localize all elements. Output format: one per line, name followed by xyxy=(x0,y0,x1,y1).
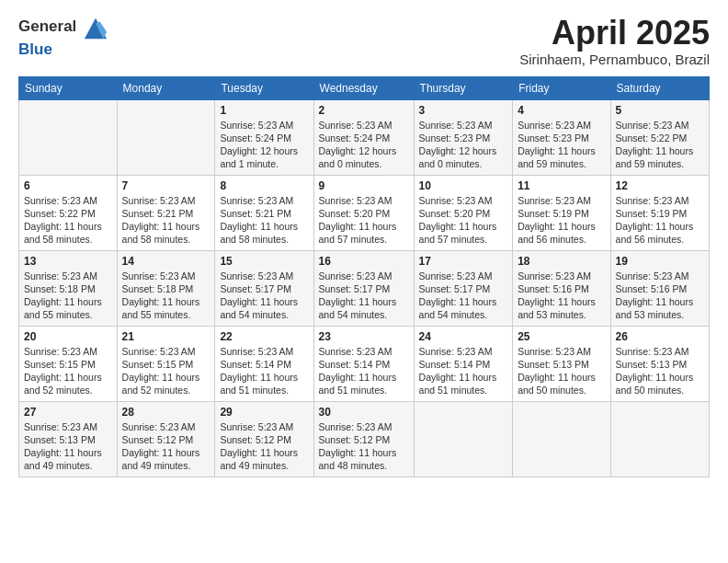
table-row xyxy=(610,401,709,477)
day-number: 20 xyxy=(24,330,112,343)
table-row: 11Sunrise: 5:23 AMSunset: 5:19 PMDayligh… xyxy=(513,175,610,250)
logo-general-text: General xyxy=(18,17,76,35)
day-info: Sunrise: 5:23 AMSunset: 5:14 PMDaylight:… xyxy=(419,345,508,397)
day-number: 26 xyxy=(616,330,704,343)
day-info: Sunrise: 5:23 AMSunset: 5:24 PMDaylight:… xyxy=(319,119,409,171)
day-info: Sunrise: 5:23 AMSunset: 5:21 PMDaylight:… xyxy=(122,194,210,247)
table-row: 20Sunrise: 5:23 AMSunset: 5:15 PMDayligh… xyxy=(19,326,118,401)
day-info: Sunrise: 5:23 AMSunset: 5:23 PMDaylight:… xyxy=(518,119,605,171)
table-row: 22Sunrise: 5:23 AMSunset: 5:14 PMDayligh… xyxy=(215,326,313,401)
day-number: 10 xyxy=(419,179,508,192)
day-info: Sunrise: 5:23 AMSunset: 5:21 PMDaylight:… xyxy=(220,194,308,247)
day-number: 18 xyxy=(518,255,605,268)
day-info: Sunrise: 5:23 AMSunset: 5:18 PMDaylight:… xyxy=(24,270,112,322)
day-info: Sunrise: 5:23 AMSunset: 5:19 PMDaylight:… xyxy=(518,194,605,247)
calendar-week-row: 20Sunrise: 5:23 AMSunset: 5:15 PMDayligh… xyxy=(19,326,710,401)
day-number: 3 xyxy=(419,104,508,117)
day-number: 11 xyxy=(518,179,605,192)
col-friday: Friday xyxy=(513,76,610,99)
table-row: 3Sunrise: 5:23 AMSunset: 5:23 PMDaylight… xyxy=(414,99,513,175)
col-wednesday: Wednesday xyxy=(313,76,414,99)
table-row: 4Sunrise: 5:23 AMSunset: 5:23 PMDaylight… xyxy=(513,99,610,175)
day-number: 16 xyxy=(319,255,409,268)
table-row: 2Sunrise: 5:23 AMSunset: 5:24 PMDaylight… xyxy=(313,99,414,175)
table-row xyxy=(19,99,118,175)
calendar-title: April 2025 xyxy=(519,15,710,52)
day-info: Sunrise: 5:23 AMSunset: 5:19 PMDaylight:… xyxy=(616,194,704,247)
day-number: 12 xyxy=(616,179,704,192)
day-info: Sunrise: 5:23 AMSunset: 5:24 PMDaylight:… xyxy=(220,119,308,171)
day-number: 29 xyxy=(220,406,308,419)
title-block: April 2025 Sirinhaem, Pernambuco, Brazil xyxy=(519,15,710,67)
day-number: 24 xyxy=(419,330,508,343)
day-number: 21 xyxy=(122,330,210,343)
table-row: 18Sunrise: 5:23 AMSunset: 5:16 PMDayligh… xyxy=(513,250,610,326)
table-row: 27Sunrise: 5:23 AMSunset: 5:13 PMDayligh… xyxy=(19,401,118,477)
day-number: 19 xyxy=(616,255,704,268)
col-sunday: Sunday xyxy=(19,76,118,99)
day-info: Sunrise: 5:23 AMSunset: 5:17 PMDaylight:… xyxy=(419,270,508,322)
day-number: 2 xyxy=(319,104,409,117)
day-number: 5 xyxy=(616,104,704,117)
col-tuesday: Tuesday xyxy=(215,76,313,99)
header: General Blue April 2025 Sirinhaem, Perna… xyxy=(18,15,710,67)
table-row: 25Sunrise: 5:23 AMSunset: 5:13 PMDayligh… xyxy=(513,326,610,401)
table-row: 13Sunrise: 5:23 AMSunset: 5:18 PMDayligh… xyxy=(19,250,118,326)
table-row: 7Sunrise: 5:23 AMSunset: 5:21 PMDaylight… xyxy=(117,175,215,250)
day-info: Sunrise: 5:23 AMSunset: 5:13 PMDaylight:… xyxy=(24,420,112,473)
day-number: 30 xyxy=(319,406,409,419)
day-info: Sunrise: 5:23 AMSunset: 5:23 PMDaylight:… xyxy=(419,119,508,171)
logo-blue-text: Blue xyxy=(18,40,52,58)
calendar-week-row: 27Sunrise: 5:23 AMSunset: 5:13 PMDayligh… xyxy=(19,401,710,477)
day-number: 27 xyxy=(24,406,112,419)
day-number: 8 xyxy=(220,179,308,192)
day-number: 25 xyxy=(518,330,605,343)
col-thursday: Thursday xyxy=(414,76,513,99)
table-row: 30Sunrise: 5:23 AMSunset: 5:12 PMDayligh… xyxy=(313,401,414,477)
table-row: 14Sunrise: 5:23 AMSunset: 5:18 PMDayligh… xyxy=(117,250,215,326)
day-number: 14 xyxy=(122,255,210,268)
calendar-week-row: 13Sunrise: 5:23 AMSunset: 5:18 PMDayligh… xyxy=(19,250,710,326)
day-info: Sunrise: 5:23 AMSunset: 5:12 PMDaylight:… xyxy=(220,420,308,473)
table-row: 16Sunrise: 5:23 AMSunset: 5:17 PMDayligh… xyxy=(313,250,414,326)
table-row: 23Sunrise: 5:23 AMSunset: 5:14 PMDayligh… xyxy=(313,326,414,401)
col-saturday: Saturday xyxy=(610,76,709,99)
day-number: 13 xyxy=(24,255,112,268)
table-row: 21Sunrise: 5:23 AMSunset: 5:15 PMDayligh… xyxy=(117,326,215,401)
day-info: Sunrise: 5:23 AMSunset: 5:16 PMDaylight:… xyxy=(518,270,605,322)
table-row: 15Sunrise: 5:23 AMSunset: 5:17 PMDayligh… xyxy=(215,250,313,326)
calendar-week-row: 1Sunrise: 5:23 AMSunset: 5:24 PMDaylight… xyxy=(19,99,710,175)
day-info: Sunrise: 5:23 AMSunset: 5:12 PMDaylight:… xyxy=(122,420,210,473)
day-number: 6 xyxy=(24,179,112,192)
logo: General Blue xyxy=(18,15,108,59)
table-row: 28Sunrise: 5:23 AMSunset: 5:12 PMDayligh… xyxy=(117,401,215,477)
day-info: Sunrise: 5:23 AMSunset: 5:18 PMDaylight:… xyxy=(122,270,210,322)
col-monday: Monday xyxy=(117,76,215,99)
day-info: Sunrise: 5:23 AMSunset: 5:15 PMDaylight:… xyxy=(24,345,112,397)
logo-icon xyxy=(83,15,108,40)
table-row xyxy=(513,401,610,477)
day-info: Sunrise: 5:23 AMSunset: 5:15 PMDaylight:… xyxy=(122,345,210,397)
calendar-week-row: 6Sunrise: 5:23 AMSunset: 5:22 PMDaylight… xyxy=(19,175,710,250)
day-info: Sunrise: 5:23 AMSunset: 5:12 PMDaylight:… xyxy=(319,420,409,473)
day-number: 22 xyxy=(220,330,308,343)
table-row: 12Sunrise: 5:23 AMSunset: 5:19 PMDayligh… xyxy=(610,175,709,250)
table-row: 5Sunrise: 5:23 AMSunset: 5:22 PMDaylight… xyxy=(610,99,709,175)
table-row: 17Sunrise: 5:23 AMSunset: 5:17 PMDayligh… xyxy=(414,250,513,326)
day-number: 7 xyxy=(122,179,210,192)
day-info: Sunrise: 5:23 AMSunset: 5:14 PMDaylight:… xyxy=(319,345,409,397)
table-row: 9Sunrise: 5:23 AMSunset: 5:20 PMDaylight… xyxy=(313,175,414,250)
page: General Blue April 2025 Sirinhaem, Perna… xyxy=(0,0,728,563)
day-info: Sunrise: 5:23 AMSunset: 5:13 PMDaylight:… xyxy=(616,345,704,397)
calendar-header-row: Sunday Monday Tuesday Wednesday Thursday… xyxy=(19,76,710,99)
day-number: 1 xyxy=(220,104,308,117)
table-row: 1Sunrise: 5:23 AMSunset: 5:24 PMDaylight… xyxy=(215,99,313,175)
table-row: 10Sunrise: 5:23 AMSunset: 5:20 PMDayligh… xyxy=(414,175,513,250)
day-info: Sunrise: 5:23 AMSunset: 5:22 PMDaylight:… xyxy=(616,119,704,171)
table-row: 19Sunrise: 5:23 AMSunset: 5:16 PMDayligh… xyxy=(610,250,709,326)
day-info: Sunrise: 5:23 AMSunset: 5:17 PMDaylight:… xyxy=(319,270,409,322)
calendar-table: Sunday Monday Tuesday Wednesday Thursday… xyxy=(18,76,710,477)
table-row xyxy=(414,401,513,477)
day-info: Sunrise: 5:23 AMSunset: 5:17 PMDaylight:… xyxy=(220,270,308,322)
day-number: 15 xyxy=(220,255,308,268)
